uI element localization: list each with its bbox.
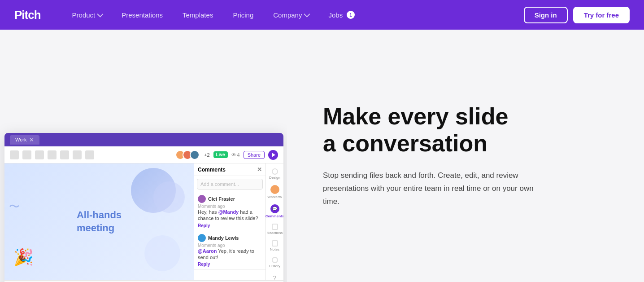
comment-reply-2[interactable]: Reply <box>198 262 262 267</box>
comment-time-1: Moments ago <box>198 204 262 209</box>
main-content: Work ✕ <box>0 30 644 282</box>
toolbar-icon-4[interactable] <box>48 150 57 159</box>
navbar: Pitch Product Presentations Templates Pr… <box>0 0 644 30</box>
comment-entry-1: Cici Frasier Moments ago Hey, has @Mandy… <box>194 192 265 231</box>
chevron-down-icon <box>304 11 310 18</box>
slide-deco-circle-3 <box>144 235 180 271</box>
hero-heading: Make every slide a conversation <box>323 103 608 157</box>
toolbar-icon-6[interactable] <box>73 150 82 159</box>
comment-text-2: @Aaron Yep, it's ready to send out! <box>198 248 262 261</box>
side-icon-help[interactable]: ? <box>266 272 283 282</box>
signin-button[interactable]: Sign in <box>524 7 568 23</box>
comments-title: Comments <box>198 167 226 173</box>
nav-links: Product Presentations Templates Pricing … <box>62 0 524 30</box>
nav-company[interactable]: Company <box>263 0 318 30</box>
titlebar-tab: Work ✕ <box>10 135 39 145</box>
toolbar-icon-5[interactable] <box>60 150 69 159</box>
nav-jobs[interactable]: Jobs 1 <box>318 0 365 30</box>
avatar-3 <box>190 150 200 160</box>
avatar-group <box>175 150 200 160</box>
tab-close-icon[interactable]: ✕ <box>29 137 34 143</box>
design-icon <box>272 168 278 175</box>
comment-name-2: Mandy Lewis <box>208 235 239 241</box>
comment-time-2: Moments ago <box>198 243 262 248</box>
reactions-icon <box>272 224 278 230</box>
share-button[interactable]: Share <box>244 151 265 159</box>
side-icons: Design Workflow 💬 Comments Reac <box>265 163 283 280</box>
history-icon <box>272 257 278 263</box>
jobs-badge: 1 <box>347 11 355 19</box>
toolbar-icon-2[interactable] <box>22 150 31 159</box>
comment-name-1: Cici Frasier <box>208 196 235 202</box>
side-icon-design[interactable]: Design <box>266 166 283 182</box>
play-icon <box>272 153 275 157</box>
hero-text: Make every slide a conversation Stop sen… <box>287 76 644 235</box>
nav-presentations[interactable]: Presentations <box>112 0 173 30</box>
chevron-down-icon <box>97 11 104 18</box>
comment-text-1: Hey, has @Mandy had a chance to review t… <box>198 209 262 222</box>
slide-deco-hat: 🎉 <box>13 248 34 267</box>
app-window: Work ✕ <box>4 133 283 282</box>
slide-text: All-hands meeting <box>68 200 131 243</box>
comment-avatar-1 <box>198 195 206 203</box>
logo[interactable]: Pitch <box>14 8 41 22</box>
notes-icon <box>272 240 278 247</box>
side-icon-history[interactable]: History <box>266 255 283 270</box>
comments-close-icon[interactable]: ✕ <box>257 166 262 173</box>
comment-avatar-2 <box>198 234 206 242</box>
mockup-container: Work ✕ <box>0 30 287 282</box>
live-badge: Live <box>213 151 228 158</box>
slide-area: 🎉 〜 All-hands meeting Comments ✕ Add a c… <box>4 163 283 280</box>
comment-entry-2: Mandy Lewis Moments ago @Aaron Yep, it's… <box>194 231 265 270</box>
comment-reply-1[interactable]: Reply <box>198 223 262 228</box>
comments-panel: Comments ✕ Add a comment... Cici Frasier… <box>194 163 265 280</box>
side-icon-reactions[interactable]: Reactions <box>266 221 283 237</box>
window-bottom: Templates Bright theme Background color … <box>4 280 283 282</box>
comments-icon: 💬 <box>270 204 279 213</box>
slide-preview: 🎉 〜 All-hands meeting <box>4 163 194 280</box>
workflow-icon <box>270 185 279 194</box>
window-toolbar: +2 Live 👁 4 Share <box>4 146 283 163</box>
window-titlebar: Work ✕ <box>4 133 283 146</box>
slide-deco-circle-2 <box>153 181 185 213</box>
nav-pricing[interactable]: Pricing <box>223 0 263 30</box>
toolbar-icon-3[interactable] <box>35 150 44 159</box>
side-icon-workflow[interactable]: Workflow <box>266 183 283 201</box>
hero-subtext: Stop sending files back and forth. Creat… <box>323 169 538 208</box>
nav-templates[interactable]: Templates <box>173 0 223 30</box>
toolbar-icon-1[interactable] <box>10 150 19 159</box>
side-icon-notes[interactable]: Notes <box>266 238 283 254</box>
slide-deco-squiggle: 〜 <box>9 199 20 214</box>
nav-actions: Sign in Try for free <box>524 7 630 23</box>
eye-badge: 👁 4 <box>231 152 240 158</box>
nav-product[interactable]: Product <box>62 0 112 30</box>
tab-label: Work <box>15 137 26 142</box>
comments-header: Comments ✕ <box>194 163 265 176</box>
comment-input[interactable]: Add a comment... <box>197 179 263 189</box>
side-icon-comments[interactable]: 💬 Comments <box>266 202 283 220</box>
toolbar-icon-7[interactable] <box>85 150 94 159</box>
play-button[interactable] <box>268 150 278 160</box>
try-free-button[interactable]: Try for free <box>573 7 630 23</box>
toolbar-right: +2 Live 👁 4 Share <box>175 150 278 160</box>
